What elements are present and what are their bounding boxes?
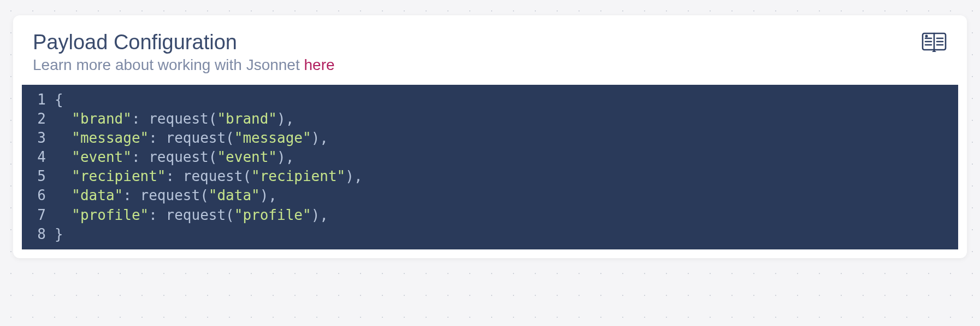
card-header: Payload Configuration Learn more about w… <box>13 15 967 85</box>
code-line[interactable]: 6 "data": request("data"), <box>22 186 958 205</box>
code-line[interactable]: 4 "event": request("event"), <box>22 148 958 167</box>
line-number: 4 <box>22 148 55 167</box>
code-content[interactable]: "event": request("event"), <box>55 148 294 167</box>
svg-point-8 <box>925 35 928 38</box>
line-number: 7 <box>22 206 55 225</box>
code-content[interactable]: "recipient": request("recipient"), <box>55 167 363 186</box>
header-text: Payload Configuration Learn more about w… <box>33 31 921 74</box>
line-number: 5 <box>22 167 55 186</box>
line-number: 2 <box>22 109 55 129</box>
code-content[interactable]: "message": request("message"), <box>55 129 328 148</box>
code-content[interactable]: } <box>55 225 63 244</box>
code-line[interactable]: 1{ <box>22 90 958 109</box>
code-content[interactable]: { <box>55 90 63 109</box>
code-line[interactable]: 3 "message": request("message"), <box>22 129 958 148</box>
line-number: 1 <box>22 90 55 109</box>
line-number: 3 <box>22 129 55 148</box>
payload-config-card: Payload Configuration Learn more about w… <box>13 15 967 258</box>
code-line[interactable]: 5 "recipient": request("recipient"), <box>22 167 958 186</box>
line-number: 6 <box>22 186 55 205</box>
docs-link[interactable]: here <box>304 56 335 73</box>
code-content[interactable]: "brand": request("brand"), <box>55 109 294 129</box>
code-line[interactable]: 8} <box>22 225 958 244</box>
code-content[interactable]: "profile": request("profile"), <box>55 206 328 225</box>
card-title: Payload Configuration <box>33 31 921 54</box>
line-number: 8 <box>22 225 55 244</box>
code-content[interactable]: "data": request("data"), <box>55 186 277 205</box>
code-line[interactable]: 7 "profile": request("profile"), <box>22 206 958 225</box>
subtitle-prefix: Learn more about working with Jsonnet <box>33 56 304 73</box>
code-line[interactable]: 2 "brand": request("brand"), <box>22 109 958 129</box>
code-editor[interactable]: 1{2 "brand": request("brand"),3 "message… <box>22 85 958 249</box>
card-subtitle: Learn more about working with Jsonnet he… <box>33 56 921 74</box>
book-icon[interactable] <box>921 32 947 56</box>
